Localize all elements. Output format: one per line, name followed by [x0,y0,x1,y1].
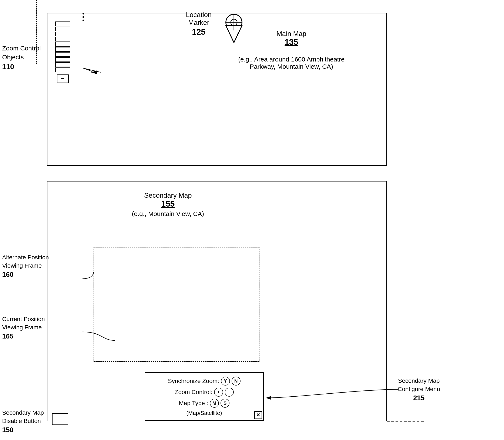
dot-row [82,13,84,21]
zoom-slider-segment[interactable] [55,57,70,62]
configure-menu-number: 215 [398,393,440,403]
sync-zoom-n-button[interactable]: N [232,377,240,385]
zoom-slider-segment[interactable] [55,47,70,52]
zoom-control-title: Zoom ControlObjects [2,44,41,62]
current-position-label: Current PositionViewing Frame 165 [2,315,45,341]
zoom-slider-segment[interactable] [55,32,70,36]
zoom-slider-track [55,21,70,72]
main-map-label: Main Map 135 (e.g., Area around 1600 Amp… [238,30,345,70]
map-type-m-button[interactable]: M [210,399,219,408]
main-map-desc: (e.g., Area around 1600 AmphitheatrePark… [238,49,345,70]
secondary-map-disable-button[interactable] [52,413,68,425]
map-satellite-label: (Map/Satellite) [150,410,259,416]
dot [82,16,84,18]
disable-btn-number: 150 [2,425,44,435]
alt-position-viewing-frame [93,247,259,362]
zoom-control-row: Zoom Control: + − [150,388,259,397]
zoom-control-label: Zoom ControlObjects 110 [2,44,41,72]
alt-position-label: Alternate PositionViewing Frame 160 [2,253,49,279]
main-map-title: Main Map [238,30,345,38]
secondary-map-number: 155 [132,199,204,208]
secondary-map-configure-label: Secondary MapConfigure Menu 215 [398,377,440,403]
disable-btn-title: Secondary MapDisable Button [2,409,44,425]
sync-zoom-row: Synchronize Zoom: Y N [150,377,259,385]
map-type-label: Map Type : [179,400,208,407]
configure-menu-close-button[interactable]: ✕ [254,411,262,419]
zoom-slider-segment[interactable] [55,42,70,47]
location-marker-number: 125 [186,28,212,37]
secondary-map-desc: (e.g., Mountain View, CA) [132,210,204,218]
map-type-s-button[interactable]: S [221,399,229,408]
zoom-slider-segment[interactable] [55,22,70,26]
location-marker-label: Location Marker 125 [186,11,212,37]
zoom-control-number: 110 [2,62,41,72]
zoom-control-widget: − [55,21,70,83]
zoom-slider-segment[interactable] [55,68,70,72]
configure-menu-title: Secondary MapConfigure Menu [398,377,440,393]
secondary-map-label: Secondary Map 155 (e.g., Mountain View, … [132,192,204,218]
zoom-slider-segment[interactable] [55,27,70,31]
zoom-minus-button[interactable]: − [57,74,69,83]
alt-position-title: Alternate PositionViewing Frame [2,253,49,270]
zoom-slider-segment[interactable] [55,62,70,67]
disable-btn-label: Secondary MapDisable Button 150 [2,409,44,435]
zoom-slider-segment[interactable] [55,37,70,41]
zoom-minus-menu-button[interactable]: − [225,388,234,397]
zoom-plus-button[interactable]: + [214,388,223,397]
current-position-title: Current PositionViewing Frame [2,315,45,331]
sync-zoom-y-button[interactable]: Y [221,377,230,385]
main-map-number: 135 [238,38,345,47]
map-type-row: Map Type : M S [150,399,259,408]
current-position-number: 165 [2,331,45,341]
alt-position-number: 160 [2,270,49,279]
sync-zoom-label: Synchronize Zoom: [168,378,219,385]
secondary-map-title: Secondary Map [132,192,204,199]
configure-menu-box: Synchronize Zoom: Y N Zoom Control: + − … [145,372,264,421]
dot [82,13,84,14]
dot [82,20,84,21]
zoom-slider-segment[interactable] [55,52,70,57]
location-marker-title: Location Marker [186,11,212,27]
zoom-control-menu-label: Zoom Control: [175,389,212,396]
